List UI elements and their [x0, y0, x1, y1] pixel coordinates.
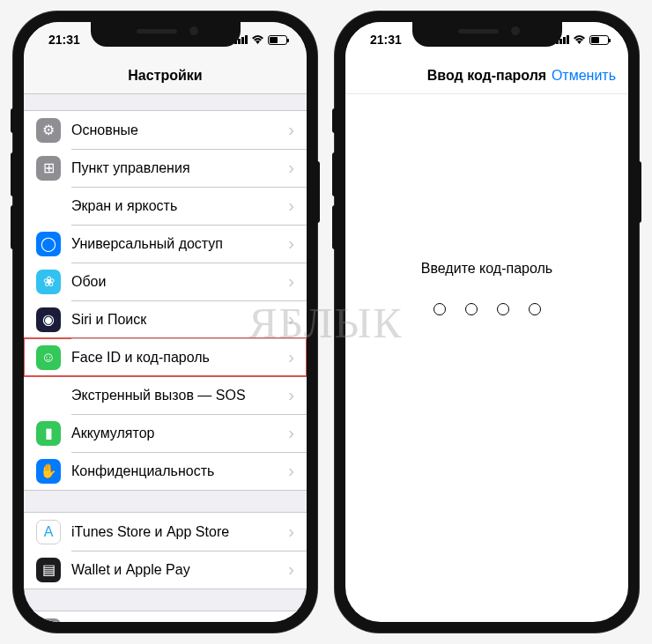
chevron-icon: ›	[288, 347, 294, 367]
row-label: Основные	[71, 122, 288, 138]
iphone-frame-left: 21:31 Настройки ⚙ Основные › ⊞ Пункт упр…	[13, 11, 317, 633]
status-indicators	[556, 33, 609, 47]
chevron-icon: ›	[288, 620, 294, 622]
settings-list[interactable]: ⚙ Основные › ⊞ Пункт управления › AA Экр…	[24, 94, 307, 622]
chevron-icon: ›	[288, 196, 294, 216]
passcode-dot	[529, 303, 541, 315]
row-label: iTunes Store и App Store	[71, 524, 288, 540]
accessibility-icon: ◯	[36, 232, 61, 256]
status-time: 21:31	[370, 33, 402, 47]
chevron-icon: ›	[288, 271, 294, 292]
appstore-icon: A	[36, 520, 61, 544]
chevron-icon: ›	[288, 309, 294, 329]
chevron-icon: ›	[288, 522, 294, 542]
status-time: 21:31	[48, 33, 80, 47]
passcode-content: Введите код-пароль	[345, 94, 628, 622]
row-emergency-sos[interactable]: SOS Экстренный вызов — SOS ›	[24, 376, 307, 414]
notch	[412, 22, 562, 47]
row-general[interactable]: ⚙ Основные ›	[24, 111, 307, 149]
aa-icon: AA	[36, 194, 61, 218]
row-passwords-accounts[interactable]: 🔑 Пароли и учетные записи ›	[24, 611, 307, 622]
switches-icon: ⊞	[36, 156, 61, 181]
row-control-center[interactable]: ⊞ Пункт управления ›	[24, 149, 307, 187]
chevron-icon: ›	[288, 158, 294, 178]
row-wallet-apple-pay[interactable]: ▤ Wallet и Apple Pay ›	[24, 551, 307, 588]
passcode-prompt: Введите код-пароль	[421, 261, 552, 277]
row-face-id-passcode[interactable]: ☺ Face ID и код-пароль ›	[24, 338, 307, 376]
passcode-dot	[497, 303, 509, 315]
row-label: Обои	[71, 274, 288, 290]
settings-group-2: A iTunes Store и App Store › ▤ Wallet и …	[24, 512, 307, 589]
hand-icon: ✋	[36, 459, 61, 484]
flower-icon: ❀	[36, 270, 61, 294]
passcode-dot	[465, 303, 478, 315]
chevron-icon: ›	[288, 559, 294, 580]
settings-group-3: 🔑 Пароли и учетные записи › ✉ Почта › ☷ …	[24, 611, 307, 622]
face-id-icon: ☺	[36, 345, 61, 370]
row-label: Конфиденциальность	[71, 463, 288, 479]
page-title: Настройки	[128, 68, 202, 84]
battery-icon	[589, 35, 609, 45]
passcode-dots	[433, 303, 541, 315]
wallet-icon: ▤	[36, 558, 61, 582]
nav-bar: Настройки	[24, 57, 307, 94]
row-privacy[interactable]: ✋ Конфиденциальность ›	[24, 452, 307, 490]
row-label: Аккумулятор	[71, 426, 288, 441]
row-label: Экстренный вызов — SOS	[71, 388, 288, 403]
row-label: Wallet и Apple Pay	[71, 562, 288, 578]
chevron-icon: ›	[288, 461, 294, 481]
chevron-icon: ›	[288, 423, 294, 443]
key-icon: 🔑	[36, 618, 61, 623]
settings-group-1: ⚙ Основные › ⊞ Пункт управления › AA Экр…	[24, 110, 307, 491]
wifi-icon	[573, 33, 586, 47]
notch	[91, 22, 241, 47]
wifi-icon	[251, 33, 264, 47]
page-title: Ввод код-пароля	[427, 68, 546, 84]
row-label: Экран и яркость	[71, 198, 288, 214]
passcode-dot	[433, 303, 446, 315]
row-itunes-app-store[interactable]: A iTunes Store и App Store ›	[24, 513, 307, 551]
battery-icon	[268, 35, 287, 45]
sos-icon: SOS	[36, 383, 61, 408]
gear-icon: ⚙	[36, 118, 61, 143]
status-indicators	[234, 33, 287, 47]
chevron-icon: ›	[288, 233, 294, 254]
row-siri-search[interactable]: ◉ Siri и Поиск ›	[24, 300, 307, 338]
chevron-icon: ›	[288, 120, 294, 140]
iphone-frame-right: 21:31 Ввод код-пароля Отменить Введите к…	[335, 11, 639, 633]
screen-settings: 21:31 Настройки ⚙ Основные › ⊞ Пункт упр…	[24, 22, 307, 622]
row-battery[interactable]: ▮ Аккумулятор ›	[24, 414, 307, 452]
row-display-brightness[interactable]: AA Экран и яркость ›	[24, 187, 307, 225]
row-wallpaper[interactable]: ❀ Обои ›	[24, 263, 307, 300]
row-label: Пункт управления	[71, 160, 288, 176]
cancel-button[interactable]: Отменить	[552, 68, 616, 84]
row-accessibility[interactable]: ◯ Универсальный доступ ›	[24, 225, 307, 263]
nav-bar: Ввод код-пароля Отменить	[345, 57, 628, 94]
battery-icon: ▮	[36, 421, 61, 446]
screen-passcode: 21:31 Ввод код-пароля Отменить Введите к…	[345, 22, 628, 622]
chevron-icon: ›	[288, 385, 294, 405]
row-label: Универсальный доступ	[71, 236, 288, 252]
siri-icon: ◉	[36, 307, 61, 332]
row-label: Siri и Поиск	[71, 312, 288, 328]
row-label: Face ID и код-пароль	[71, 350, 288, 366]
